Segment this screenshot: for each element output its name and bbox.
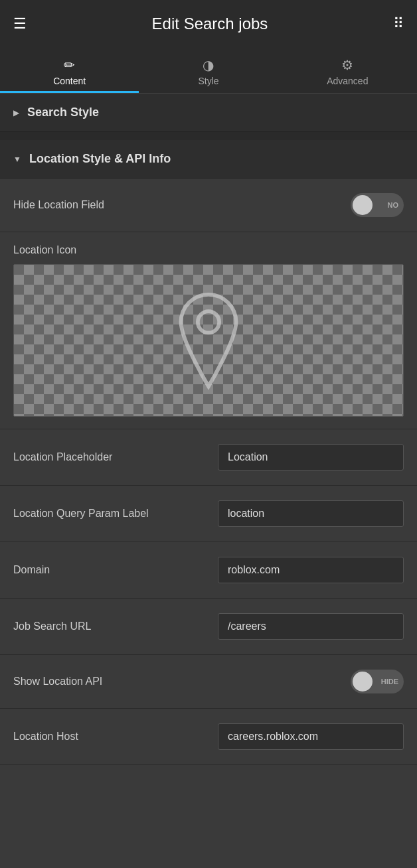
location-query-param-label: Location Query Param Label [13,508,149,520]
hide-location-toggle[interactable]: NO [351,193,404,217]
content-icon: ✏ [64,57,75,73]
location-host-label: Location Host [13,731,78,743]
header: ☰ Edit Search jobs ⠿ [0,0,417,48]
grid-icon[interactable]: ⠿ [393,15,404,33]
tabs-bar: ✏ Content ◑ Style ⚙ Advanced [0,48,417,94]
search-style-arrow: ▶ [13,108,19,117]
job-search-url-input[interactable] [218,613,404,640]
svg-point-0 [198,311,219,332]
tab-advanced-label: Advanced [327,76,368,86]
show-location-api-toggle[interactable]: HIDE [351,670,404,693]
toggle-state-label: NO [388,201,399,209]
show-location-api-toggle-wrapper: HIDE [351,670,404,693]
toggle-knob [353,195,373,215]
location-host-input[interactable] [218,723,404,750]
location-icon-preview[interactable] [13,264,404,417]
location-pin-icon [169,291,248,390]
location-query-param-row: Location Query Param Label [0,486,417,542]
style-icon: ◑ [203,57,214,73]
menu-icon[interactable]: ☰ [13,15,27,33]
tab-content-label: Content [53,76,86,86]
show-location-api-row: Show Location API HIDE [0,655,417,709]
location-icon-label: Location Icon [13,244,404,256]
domain-label: Domain [13,564,50,576]
domain-input[interactable] [218,557,404,583]
location-style-section-header[interactable]: ▼ Location Style & API Info [0,140,417,179]
hide-location-toggle-wrapper: NO [351,193,404,217]
location-host-row: Location Host [0,709,417,765]
location-placeholder-label: Location Placeholder [13,451,112,463]
show-location-api-toggle-state: HIDE [381,678,398,686]
show-location-api-label: Show Location API [13,676,102,687]
advanced-icon: ⚙ [341,57,353,73]
search-style-section-header[interactable]: ▶ Search Style [0,94,417,132]
search-style-title: Search Style [27,106,99,119]
tab-content[interactable]: ✏ Content [0,48,139,93]
job-search-url-label: Job Search URL [13,620,91,632]
location-style-arrow: ▼ [13,155,21,164]
hide-location-field-label: Hide Location Field [13,199,104,211]
location-icon-section: Location Icon [0,232,417,429]
job-search-url-row: Job Search URL [0,599,417,655]
show-location-api-knob [353,672,373,691]
domain-row: Domain [0,542,417,599]
section-gap [0,132,417,140]
location-placeholder-input[interactable] [218,444,404,470]
location-style-title: Location Style & API Info [29,152,171,166]
location-placeholder-row: Location Placeholder [0,429,417,486]
page-title: Edit Search jobs [152,15,268,33]
hide-location-field-row: Hide Location Field NO [0,179,417,232]
content-area: ▶ Search Style ▼ Location Style & API In… [0,94,417,765]
tab-advanced[interactable]: ⚙ Advanced [278,48,417,93]
tab-style[interactable]: ◑ Style [139,48,278,93]
location-query-param-input[interactable] [218,500,404,527]
tab-style-label: Style [198,76,218,86]
